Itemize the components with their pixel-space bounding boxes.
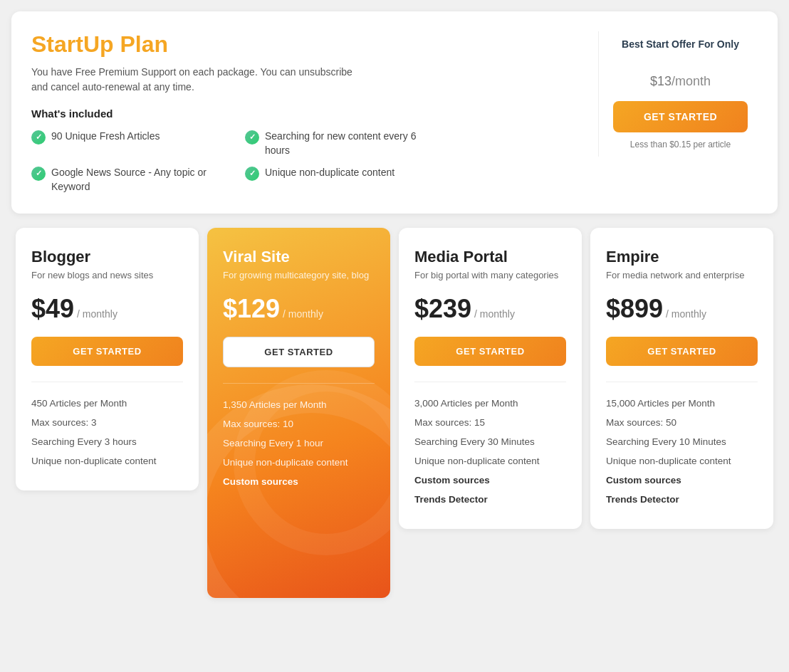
plan-price-viral-site: $129 — [223, 294, 280, 324]
plan-price-media-portal: $239 — [414, 294, 471, 324]
plan-feature-item: 1,350 Articles per Month — [223, 395, 375, 414]
startup-feature-text: Unique non-duplicate content — [265, 166, 394, 180]
plan-features-viral-site: 1,350 Articles per MonthMax sources: 10S… — [223, 395, 375, 491]
plan-feature-item: 15,000 Articles per Month — [606, 394, 758, 413]
startup-amount: 13 — [657, 74, 672, 88]
plan-feature-item: Max sources: 3 — [31, 413, 183, 432]
startup-plan-card: StartUp Plan You have Free Premium Suppo… — [11, 11, 778, 214]
startup-price-row: $13/month — [613, 54, 748, 91]
startup-pricing-panel: Best Start Offer For Only $13/month GET … — [598, 31, 755, 157]
check-icon — [245, 167, 259, 181]
startup-included-label: What's included — [31, 107, 570, 120]
plan-price-row-viral-site: $129/ monthly — [223, 294, 375, 324]
plan-card-viral-site: Viral SiteFor growing multicategory site… — [207, 228, 390, 598]
plan-period-viral-site: / monthly — [283, 308, 323, 320]
plan-price-empire: $899 — [606, 294, 663, 324]
plan-features-media-portal: 3,000 Articles per MonthMax sources: 15S… — [414, 394, 566, 509]
plan-price-row-blogger: $49/ monthly — [31, 294, 183, 324]
plan-price-row-empire: $899/ monthly — [606, 294, 758, 324]
plan-divider-media-portal — [414, 382, 566, 382]
plan-feature-item: Unique non-duplicate content — [223, 453, 375, 472]
plan-card-empire: EmpireFor media network and enterprise$8… — [590, 228, 773, 528]
plan-divider-empire — [606, 382, 758, 382]
startup-price: $13/month — [650, 54, 711, 91]
plan-divider-viral-site — [223, 383, 375, 384]
plan-feature-item: Custom sources — [223, 472, 375, 491]
plan-desc-blogger: For new blogs and news sites — [31, 269, 183, 282]
plan-features-blogger: 450 Articles per MonthMax sources: 3Sear… — [31, 394, 183, 471]
plan-card-blogger: BloggerFor new blogs and news sites$49/ … — [16, 228, 199, 490]
plan-feature-item: Custom sources — [606, 471, 758, 490]
startup-price-note: Less than $0.15 per article — [613, 140, 748, 149]
plan-feature-item: Searching Every 10 Minutes — [606, 432, 758, 451]
startup-currency: $ — [650, 74, 657, 88]
startup-feature-f2: Searching for new content every 6 hours — [245, 130, 430, 157]
startup-feature-text: 90 Unique Fresh Articles — [51, 130, 160, 144]
plan-name-blogger: Blogger — [31, 248, 183, 266]
plan-period-blogger: / monthly — [77, 308, 117, 320]
plan-feature-item: Trends Detector — [606, 490, 758, 509]
plan-price-row-media-portal: $239/ monthly — [414, 294, 566, 324]
plan-feature-item: Searching Every 1 hour — [223, 434, 375, 453]
startup-plan-left: StartUp Plan You have Free Premium Suppo… — [31, 31, 570, 194]
plan-feature-item: 3,000 Articles per Month — [414, 394, 566, 413]
plan-cta-blogger[interactable]: GET STARTED — [31, 337, 183, 366]
plan-feature-item: Unique non-duplicate content — [414, 451, 566, 471]
plan-feature-item: Searching Every 3 hours — [31, 432, 183, 451]
plan-name-media-portal: Media Portal — [414, 248, 566, 266]
plan-cta-viral-site[interactable]: GET STARTED — [223, 337, 375, 367]
startup-get-started-button[interactable]: GET STARTED — [613, 101, 748, 132]
startup-feature-text: Searching for new content every 6 hours — [265, 130, 430, 157]
plan-desc-empire: For media network and enterprise — [606, 269, 758, 282]
plan-price-blogger: $49 — [31, 294, 74, 324]
plan-feature-item: Unique non-duplicate content — [31, 451, 183, 471]
startup-plan-title: StartUp Plan — [31, 31, 570, 58]
plan-cta-empire[interactable]: GET STARTED — [606, 337, 758, 366]
startup-plan-subtitle: You have Free Premium Support on each pa… — [31, 65, 359, 95]
check-icon — [31, 167, 46, 181]
plan-period-media-portal: / monthly — [474, 308, 515, 320]
plan-period-empire: / monthly — [666, 308, 706, 320]
plan-feature-item: Max sources: 10 — [223, 414, 375, 434]
plan-divider-blogger — [31, 382, 183, 382]
plan-feature-item: Trends Detector — [414, 490, 566, 509]
plan-card-media-portal: Media PortalFor big portal with many cat… — [399, 228, 582, 528]
plan-desc-media-portal: For big portal with many categories — [414, 269, 566, 282]
check-icon — [245, 130, 259, 145]
plan-name-empire: Empire — [606, 248, 758, 266]
startup-feature-f4: Unique non-duplicate content — [245, 166, 430, 194]
best-offer-label: Best Start Offer For Only — [613, 38, 748, 50]
plan-cta-media-portal[interactable]: GET STARTED — [414, 337, 566, 366]
check-icon — [31, 130, 46, 145]
startup-feature-f3: Google News Source - Any topic or Keywor… — [31, 166, 216, 194]
startup-feature-f1: 90 Unique Fresh Articles — [31, 130, 216, 157]
plan-feature-item: Unique non-duplicate content — [606, 451, 758, 471]
startup-feature-text: Google News Source - Any topic or Keywor… — [51, 166, 216, 194]
plan-feature-item: Max sources: 50 — [606, 413, 758, 432]
plan-feature-item: Max sources: 15 — [414, 413, 566, 432]
startup-features-grid: 90 Unique Fresh ArticlesSearching for ne… — [31, 130, 430, 194]
plan-feature-item: Searching Every 30 Minutes — [414, 432, 566, 451]
plans-grid: BloggerFor new blogs and news sites$49/ … — [11, 228, 778, 598]
plan-desc-viral-site: For growing multicategory site, blog — [223, 269, 375, 282]
plan-features-empire: 15,000 Articles per MonthMax sources: 50… — [606, 394, 758, 509]
plan-feature-item: Custom sources — [414, 471, 566, 490]
startup-period: /month — [672, 74, 711, 88]
plan-name-viral-site: Viral Site — [223, 248, 375, 266]
plan-feature-item: 450 Articles per Month — [31, 394, 183, 413]
